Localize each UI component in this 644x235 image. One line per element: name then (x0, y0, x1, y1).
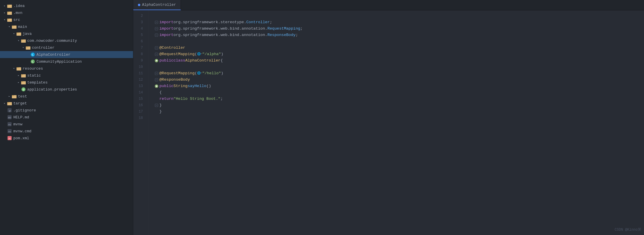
line-number: 15 (133, 96, 146, 102)
svg-text:C: C (32, 60, 34, 63)
code-line: import org.springframework.stereotype.Co… (154, 19, 644, 26)
tree-label: controller (32, 46, 54, 50)
tree-icon (21, 73, 26, 78)
tree-icon: C (30, 52, 35, 57)
token: "/alpha" (202, 51, 221, 57)
token: "Hello String Boot." (174, 96, 221, 102)
tree-label: application.properties (27, 87, 77, 92)
tree-item-HELP.md[interactable]: MDHELP.md (0, 114, 133, 121)
token: ) (221, 51, 223, 57)
svg-rect-7 (12, 26, 14, 26)
line-number: 6 (133, 38, 146, 45)
tree-arrow[interactable] (16, 87, 21, 92)
tree-item-main[interactable]: main (0, 23, 133, 30)
gutter-icon (154, 46, 159, 50)
token: class (174, 57, 185, 64)
line-number: 10 (133, 64, 146, 70)
tree-item-idea[interactable]: .idea (0, 2, 133, 9)
line-number: 13 (133, 83, 146, 89)
line-number: 8 (133, 51, 146, 57)
tree-item-test[interactable]: test (0, 93, 133, 100)
tree-arrow[interactable] (21, 45, 26, 50)
svg-text:⚙: ⚙ (22, 88, 25, 91)
tree-arrow[interactable] (16, 80, 21, 85)
line-number: 11 (133, 70, 146, 77)
tree-label: AlphaController (37, 53, 70, 57)
tree-item-pom.xml[interactable]: mpom.xml (0, 135, 133, 142)
tree-item-com.nowcoder.community[interactable]: com.nowcoder.community (0, 37, 133, 44)
svg-rect-23 (21, 81, 23, 82)
code-line: import org.springframework.web.bind.anno… (154, 26, 644, 32)
tree-arrow[interactable] (7, 24, 12, 29)
token: ; (296, 32, 298, 38)
tree-item-mvn[interactable]: .mvn (0, 9, 133, 16)
token: @ResponseBody (159, 77, 190, 83)
tree-arrow[interactable] (2, 115, 7, 120)
tree-item-application.properties[interactable]: ⚙application.properties (0, 86, 133, 93)
line-number: 3 (133, 19, 146, 26)
tree-arrow[interactable] (2, 129, 7, 133)
tree-arrow[interactable] (2, 17, 7, 22)
token: sayHello (188, 83, 206, 89)
tree-arrow[interactable] (12, 31, 16, 36)
line-number: 7 (133, 45, 146, 51)
tree-item-templates[interactable]: templates (0, 79, 133, 86)
tree-arrow[interactable] (12, 66, 16, 71)
tree-item-src[interactable]: src (0, 16, 133, 23)
svg-text:mv: mv (8, 131, 11, 133)
token: org.springframework.stereotype. (174, 19, 246, 26)
token: ) (221, 70, 223, 77)
tree-item-target[interactable]: target (0, 100, 133, 107)
tree-item-mvnw[interactable]: mvmvnw (0, 121, 133, 128)
tree-arrow[interactable] (2, 136, 7, 140)
svg-text:m: m (9, 137, 11, 140)
tree-icon (16, 66, 21, 71)
token: public (159, 57, 174, 64)
svg-rect-9 (17, 32, 19, 33)
tree-label: static (27, 73, 41, 78)
tree-item-static[interactable]: static (0, 72, 133, 79)
tree-icon (21, 38, 26, 43)
tree-arrow[interactable] (2, 122, 7, 126)
code-line (154, 13, 644, 19)
svg-text:.gi: .gi (8, 110, 11, 112)
tree-arrow[interactable] (2, 3, 7, 8)
line-number: 18 (133, 115, 146, 121)
tree-label: mvnw (13, 122, 22, 126)
tree-arrow[interactable] (7, 94, 12, 99)
tree-item-java[interactable]: java (0, 30, 133, 37)
editor-content: 23456789101112131415161718 import org.sp… (133, 10, 644, 235)
tree-label: test (18, 94, 27, 99)
svg-rect-27 (12, 95, 14, 96)
tree-icon (7, 3, 12, 8)
token: RequestMapping (268, 26, 300, 32)
code-line: @RequestMapping(🌐~"/alpha") (154, 51, 644, 57)
token: org.springframework.web.bind.annotation. (174, 32, 268, 38)
tree-item-resources[interactable]: resources (0, 65, 133, 72)
tree-item-AlphaController[interactable]: CAlphaController (0, 51, 133, 58)
svg-rect-21 (21, 74, 23, 75)
tree-arrow[interactable] (16, 38, 21, 43)
tree-arrow[interactable] (2, 101, 7, 106)
tree-arrow[interactable] (16, 73, 21, 78)
tree-arrow[interactable] (26, 59, 30, 64)
tree-label: resources (23, 66, 43, 71)
code-line (154, 115, 644, 121)
tree-item-controller[interactable]: controller (0, 44, 133, 51)
tree-arrow[interactable] (2, 10, 7, 15)
tree-arrow[interactable] (2, 108, 7, 113)
tree-item-CommunityApplication[interactable]: CCommunityApplication (0, 58, 133, 65)
token: @Controller (159, 45, 185, 51)
tree-arrow[interactable] (26, 52, 30, 57)
gutter-icon (154, 53, 159, 56)
line-number: 17 (133, 109, 146, 115)
tab-alpha-controller[interactable]: AlphaController (133, 0, 181, 10)
tree-item-mvnw.cmd[interactable]: mvmvnw.cmd (0, 128, 133, 135)
code-line: return "Hello String Boot."; (154, 96, 644, 102)
token: ; (270, 19, 272, 26)
svg-text:mv: mv (8, 124, 11, 126)
token: return (159, 96, 174, 102)
tree-item-.gitignore[interactable]: .gi.gitignore (0, 107, 133, 114)
code-area[interactable]: import org.springframework.stereotype.Co… (149, 10, 644, 235)
gutter-icon (154, 104, 159, 107)
